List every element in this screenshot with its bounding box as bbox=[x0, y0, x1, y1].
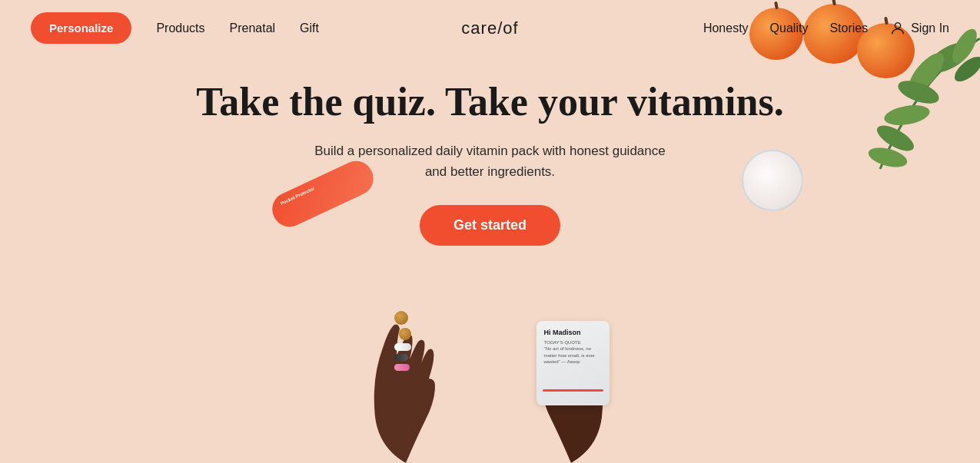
nav-right: Honesty Quality Stories Sign In bbox=[703, 20, 949, 37]
packet-greeting: Hi Madison bbox=[544, 329, 602, 336]
pill-amber bbox=[394, 311, 408, 325]
svg-point-0 bbox=[895, 22, 901, 28]
site-logo[interactable]: care/of bbox=[461, 18, 518, 38]
pill-amber-2 bbox=[399, 328, 411, 340]
nav-link-quality[interactable]: Quality bbox=[770, 21, 809, 35]
vitamin-packet: Hi Madison TODAY'S QUOTE "No act of kind… bbox=[537, 321, 610, 405]
navbar: Personalize Products Prenatal Gift care/… bbox=[0, 0, 980, 56]
nav-link-gift[interactable]: Gift bbox=[300, 21, 319, 35]
packet-stripe bbox=[543, 389, 603, 392]
pill-pink bbox=[394, 364, 410, 371]
pills-group bbox=[394, 311, 411, 371]
packet-quote-label: TODAY'S QUOTE bbox=[544, 339, 602, 346]
pill-black bbox=[394, 354, 408, 361]
nav-link-stories[interactable]: Stories bbox=[829, 21, 868, 35]
sign-in-label: Sign In bbox=[911, 21, 949, 35]
nav-link-products[interactable]: Products bbox=[156, 21, 204, 35]
hero-headline: Take the quiz. Take your vitamins. bbox=[0, 79, 980, 125]
pill-white bbox=[394, 343, 411, 351]
hero-section: Take the quiz. Take your vitamins. Build… bbox=[0, 56, 980, 246]
nav-left: Personalize Products Prenatal Gift bbox=[31, 12, 319, 44]
get-started-button[interactable]: Get started bbox=[420, 205, 560, 246]
nav-link-honesty[interactable]: Honesty bbox=[703, 21, 749, 35]
user-icon bbox=[889, 20, 906, 37]
personalize-button[interactable]: Personalize bbox=[31, 12, 131, 44]
hands-section: Hi Madison TODAY'S QUOTE "No act of kind… bbox=[367, 263, 613, 463]
nav-link-prenatal[interactable]: Prenatal bbox=[230, 21, 276, 35]
packet-quote-text: "No act of kindness, no matter how small… bbox=[544, 346, 602, 365]
sign-in-button[interactable]: Sign In bbox=[889, 20, 949, 37]
